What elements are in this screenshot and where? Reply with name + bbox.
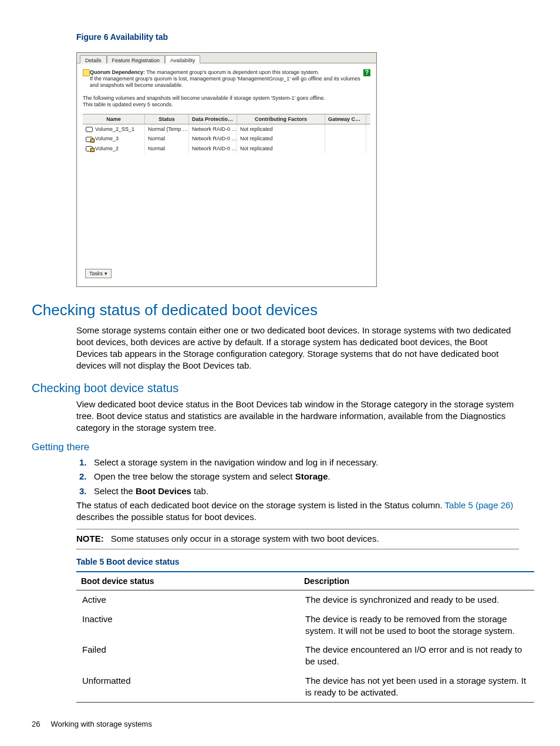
tab-feature-registration[interactable]: Feature Registration xyxy=(107,55,166,63)
cell-data: Network RAID-0 … xyxy=(189,124,237,134)
heading-getting-there: Getting there xyxy=(32,441,519,454)
tasks-button[interactable]: Tasks ▾ xyxy=(85,269,112,278)
steps-list: Select a storage system in the navigatio… xyxy=(76,457,519,497)
tab-bar: Details Feature Registration Availabilit… xyxy=(77,53,376,63)
cell-desc: The device has not yet been used in a st… xyxy=(299,675,534,699)
tab-availability[interactable]: Availability xyxy=(165,55,200,63)
note-text: Some statuses only occur in a storage sy… xyxy=(111,534,379,544)
help-icon[interactable]: ? xyxy=(363,69,370,76)
col-description: Description xyxy=(299,572,534,590)
footer-section: Working with storage systems xyxy=(50,720,151,728)
heading-boot-device-status: Checking boot device status xyxy=(32,380,519,396)
cell-contrib: Not replicated xyxy=(237,144,325,153)
table-header: Name Status Data Protectio… Contributing… xyxy=(83,114,370,124)
cell-status: Normal xyxy=(145,134,189,143)
info-text: The following volumes and snapshots will… xyxy=(83,95,370,109)
paragraph: Some storage systems contain either one … xyxy=(76,325,519,372)
cell-name: Volume_3 xyxy=(95,136,119,141)
cell-desc: The device encountered an I/O error and … xyxy=(299,644,534,668)
table-row[interactable]: Volume_3 Normal Network RAID-0 … Not rep… xyxy=(83,134,370,143)
cell-contrib: Not replicated xyxy=(237,124,325,134)
paragraph: The status of each dedicated boot device… xyxy=(76,499,519,524)
col-data[interactable]: Data Protectio… xyxy=(189,114,237,124)
cell-gateway xyxy=(325,144,366,153)
cell-desc: The device is synchronized and ready to … xyxy=(299,594,534,606)
figure-caption: Figure 6 Availability tab xyxy=(76,32,519,43)
cell-status: Active xyxy=(76,594,299,606)
col-gateway[interactable]: Gateway C… xyxy=(325,114,366,124)
col-status[interactable]: Status xyxy=(145,114,189,124)
table-body: Volume_2_SS_1 Normal (Temp … Network RAI… xyxy=(83,124,370,265)
cell-data: Network RAID-0 … xyxy=(189,134,237,143)
availability-tab-screenshot: Details Feature Registration Availabilit… xyxy=(76,52,377,288)
col-name[interactable]: Name xyxy=(83,114,145,124)
cell-gateway xyxy=(325,134,366,143)
cell-status: Unformatted xyxy=(76,675,299,699)
paragraph: View dedicated boot device status in the… xyxy=(76,399,519,434)
table-row: Unformatted The device has not yet been … xyxy=(76,671,534,703)
cell-gateway xyxy=(325,124,366,134)
volume-icon xyxy=(86,146,93,151)
col-contrib[interactable]: Contributing Factors xyxy=(237,114,325,124)
cell-status: Failed xyxy=(76,644,299,668)
table-row: Failed The device encountered an I/O err… xyxy=(76,640,534,671)
cell-status: Normal xyxy=(145,144,189,153)
tab-details[interactable]: Details xyxy=(80,55,107,63)
quorum-warning-text: Quorum Dependency: The management group'… xyxy=(90,69,363,89)
page-footer: 26Working with storage systems xyxy=(32,719,152,730)
step-item: Select a storage system in the navigatio… xyxy=(94,457,519,468)
table-row[interactable]: Volume_2_SS_1 Normal (Temp … Network RAI… xyxy=(83,124,370,134)
cell-status: Inactive xyxy=(76,613,299,637)
col-boot-status: Boot device status xyxy=(76,572,299,590)
cell-status: Normal (Temp … xyxy=(145,124,189,134)
note-block: NOTE:Some statuses only occur in a stora… xyxy=(76,529,519,549)
note-label: NOTE: xyxy=(76,534,104,544)
table-row: Inactive The device is ready to be remov… xyxy=(76,610,534,641)
table-5-link[interactable]: Table 5 (page 26) xyxy=(445,500,514,510)
cell-data: Network RAID-0 … xyxy=(189,144,237,153)
cell-name: Volume_2 xyxy=(95,146,119,151)
table-row: Active The device is synchronized and re… xyxy=(76,590,534,609)
heading-checking-status: Checking status of dedicated boot device… xyxy=(32,300,519,320)
cell-name: Volume_2_SS_1 xyxy=(95,126,134,132)
boot-device-status-table: Boot device status Description Active Th… xyxy=(76,571,534,703)
step-item: Open the tree below the storage system a… xyxy=(94,471,519,482)
table-caption: Table 5 Boot device status xyxy=(76,556,519,568)
step-item: Select the Boot Devices tab. xyxy=(94,485,519,497)
volume-icon xyxy=(86,127,93,132)
table-row[interactable]: Volume_2 Normal Network RAID-0 … Not rep… xyxy=(83,144,370,153)
cell-contrib: Not replicated xyxy=(237,134,325,143)
warning-icon xyxy=(83,69,90,76)
volume-icon xyxy=(86,137,93,142)
cell-desc: The device is ready to be removed from t… xyxy=(299,613,534,637)
page-number: 26 xyxy=(32,720,40,728)
